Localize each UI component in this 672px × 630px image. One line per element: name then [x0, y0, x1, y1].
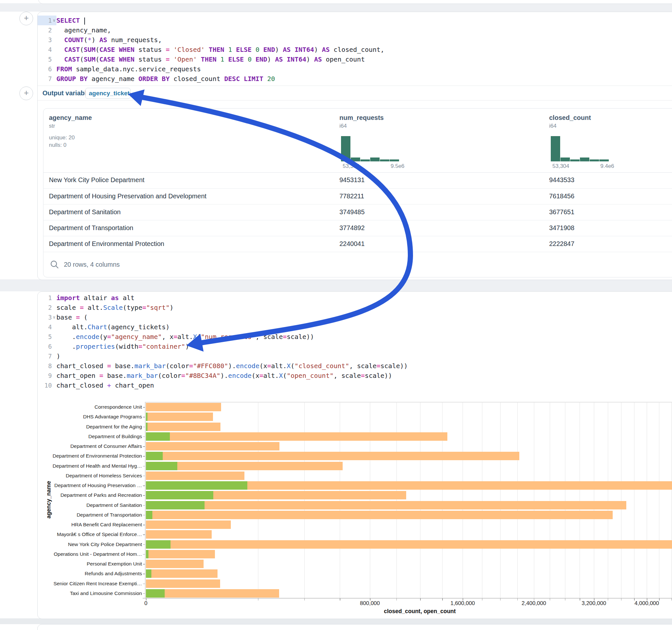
annotation-arrow	[0, 0, 672, 630]
arrow-head-top	[128, 90, 145, 106]
arrow-head-bottom	[186, 334, 203, 352]
arrow-shaft	[142, 97, 410, 343]
notebook-page: + + 1∨SELECT 2 agency_name,3 COUNT(*) AS…	[0, 0, 672, 630]
